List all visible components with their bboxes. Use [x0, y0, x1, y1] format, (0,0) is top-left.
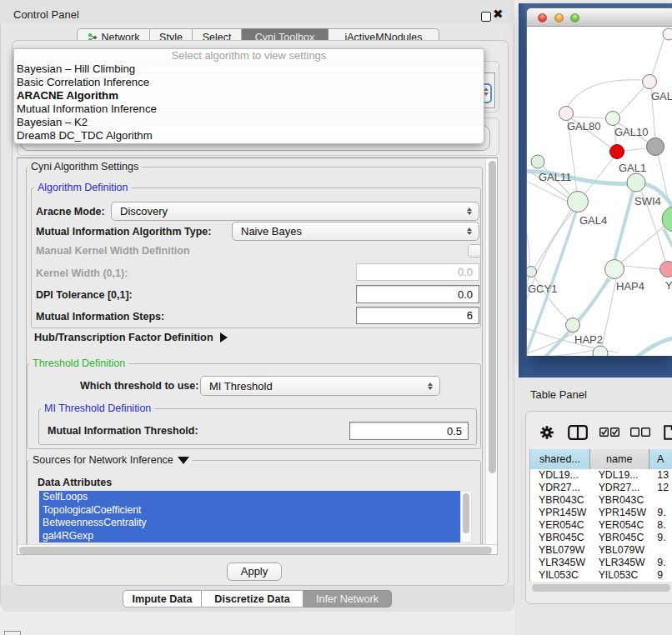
network-edge-highlighted[interactable]	[664, 229, 672, 250]
network-view-window[interactable]: GALGAL80GAL10GAL1GAL11SWI4GAL4GCY1HAP4YH…	[526, 8, 672, 356]
table-cell: YBR043C	[530, 494, 590, 507]
minimize-traffic-light[interactable]	[554, 13, 564, 22]
tab-impute-data[interactable]: Impute Data	[123, 590, 202, 608]
close-icon[interactable]: ✖	[493, 7, 504, 22]
network-node-gal80[interactable]	[559, 107, 574, 121]
network-node-swi4[interactable]	[627, 173, 645, 192]
table-row[interactable]: YDL19...YDL19...13	[530, 469, 672, 482]
network-node-gcy1[interactable]	[527, 267, 537, 278]
network-edge[interactable]	[619, 87, 644, 115]
network-node-gal11[interactable]	[531, 155, 544, 168]
network-edge[interactable]	[527, 211, 574, 311]
sources-title[interactable]: Sources for Network Inference	[29, 454, 193, 466]
data-attributes-list[interactable]: SelfLoopsTopologicalCoefficientBetweenne…	[39, 491, 460, 542]
mi-threshold-label: Mutual Information Threshold:	[48, 425, 198, 437]
network-edge[interactable]	[623, 266, 660, 269]
document-icon[interactable]	[664, 425, 672, 440]
algorithm-option[interactable]: ARACNE Algorithm	[17, 89, 118, 102]
table-row[interactable]: YBR043CYBR043C	[530, 494, 672, 507]
which-threshold-combobox[interactable]: MI Threshold	[200, 376, 440, 396]
control-panel-title: Control Panel	[13, 8, 79, 21]
aracne-mode-combobox[interactable]: Discovery	[111, 202, 479, 221]
mi-threshold-input[interactable]: 0.5	[349, 422, 469, 440]
tab-infer-network[interactable]: Infer Network	[303, 590, 392, 608]
list-scrollbar[interactable]	[460, 491, 472, 542]
table-row[interactable]: YLR345WYLR345W9.	[530, 557, 672, 569]
network-node-label: GAL80	[567, 120, 600, 132]
column-header-name[interactable]: name	[590, 449, 649, 469]
apply-button[interactable]: Apply	[227, 562, 282, 581]
threshold-definition-title: Threshold Definition	[29, 358, 128, 369]
algorithm-option[interactable]: Dream8 DC_TDC Algorithm	[17, 129, 153, 142]
hub-definition-expander[interactable]: Hub/Transcription Factor Definition	[34, 331, 228, 343]
network-node[interactable]	[593, 346, 608, 356]
table-row[interactable]: YBL079WYBL079W	[530, 544, 672, 557]
desktop-corner-widget[interactable]	[4, 631, 21, 635]
network-node-hap2[interactable]	[566, 318, 580, 332]
network-node-label: GCY1	[528, 282, 557, 295]
mi-steps-input[interactable]: 6	[356, 307, 479, 324]
network-edge[interactable]	[534, 350, 594, 356]
network-node-gal4[interactable]	[568, 192, 589, 212]
manual-kernel-checkbox[interactable]	[468, 244, 481, 258]
network-node-gal[interactable]	[643, 75, 657, 89]
settings-horizontal-scrollbar-thumb[interactable]	[19, 547, 492, 554]
network-node[interactable]	[647, 138, 664, 156]
algorithm-option[interactable]: Basic Correlation Inference	[17, 76, 149, 89]
zoom-traffic-light[interactable]	[570, 13, 579, 22]
table-horizontal-scrollbar-thumb[interactable]	[532, 584, 670, 592]
settings-vertical-scrollbar-thumb[interactable]	[489, 161, 496, 473]
network-edge[interactable]	[624, 148, 647, 151]
data-attribute-item[interactable]: BetweennessCentrality	[39, 517, 460, 530]
control-panel-titlebar[interactable]: Control Panel ✖	[0, 0, 514, 23]
data-attribute-item[interactable]: SelfLoops	[39, 491, 460, 504]
dpi-tolerance-input[interactable]: 0.0	[356, 285, 479, 303]
algorithm-option[interactable]: Bayesian – K2	[17, 116, 88, 129]
network-node[interactable]	[663, 28, 672, 40]
network-edge[interactable]	[602, 279, 616, 346]
table-cell: YER054C	[590, 519, 649, 532]
close-traffic-light[interactable]	[538, 13, 547, 22]
table-horizontal-scrollbar[interactable]	[529, 582, 672, 593]
screenshot-root: { "control_panel": { "title": "Control P…	[0, 0, 672, 635]
network-edge[interactable]	[652, 39, 664, 76]
network-node[interactable]	[662, 207, 672, 232]
table-cell: 9.	[649, 532, 672, 544]
float-window-icon[interactable]	[481, 12, 491, 22]
gear-icon[interactable]	[540, 426, 554, 439]
network-node-gal1[interactable]	[610, 145, 624, 159]
network-canvas[interactable]: GALGAL80GAL10GAL1GAL11SWI4GAL4GCY1HAP4YH…	[527, 27, 672, 356]
table-row[interactable]: YIL053CYIL053C9	[530, 569, 672, 582]
list-scrollbar-thumb[interactable]	[463, 493, 469, 533]
column-header-shared[interactable]: shared...	[530, 449, 590, 469]
algorithm-option[interactable]: Mutual Information Inference	[17, 102, 157, 116]
kernel-width-input[interactable]: 0.0	[356, 263, 479, 281]
network-node-hap4[interactable]	[605, 260, 624, 279]
network-edge[interactable]	[621, 226, 664, 262]
data-attribute-item[interactable]: TopologicalCoefficient	[39, 504, 460, 518]
algorithm-option[interactable]: Bayesian – Hill Climbing	[17, 62, 135, 76]
checked-checkboxes-icon[interactable]	[599, 428, 619, 437]
network-edge[interactable]	[567, 80, 641, 108]
network-edge[interactable]	[584, 158, 614, 195]
split-columns-icon[interactable]	[568, 425, 588, 440]
table-cell: YLR345W	[530, 557, 590, 569]
settings-vertical-scrollbar[interactable]	[485, 158, 498, 544]
mi-type-label: Mutual Information Algorithm Type:	[36, 226, 211, 238]
table-row[interactable]: YDR27...YDR27...12	[530, 482, 672, 494]
unchecked-checkboxes-icon[interactable]	[630, 428, 650, 437]
network-node-gal10[interactable]	[606, 112, 620, 126]
column-header-a[interactable]: A	[649, 449, 672, 469]
network-edge[interactable]	[573, 117, 606, 118]
network-window-titlebar[interactable]	[527, 8, 672, 27]
table-row[interactable]: YBR045CYBR045C9.	[530, 532, 672, 544]
table-row[interactable]: YER054CYER054C8.	[530, 519, 672, 532]
network-edge-highlighted[interactable]	[614, 192, 633, 261]
mi-type-combobox[interactable]: Naive Bayes	[232, 222, 479, 241]
tab-discretize-data[interactable]: Discretize Data	[202, 590, 303, 608]
settings-horizontal-scrollbar[interactable]	[18, 544, 498, 555]
table-row[interactable]: YPR145WYPR145W9.	[530, 507, 672, 519]
data-attribute-item[interactable]: gal4RGexp	[39, 530, 460, 543]
network-edge-highlighted[interactable]	[634, 337, 672, 356]
network-node-y[interactable]	[660, 262, 672, 278]
